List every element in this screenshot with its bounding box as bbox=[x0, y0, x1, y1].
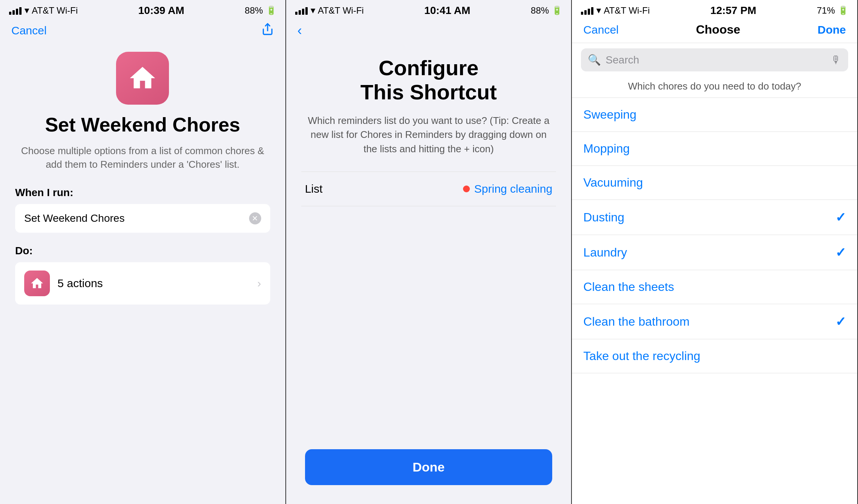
status-right-1: 88% 🔋 bbox=[245, 5, 276, 16]
status-left-3: ▾ AT&T Wi-Fi bbox=[581, 5, 650, 16]
shortcut-name-input[interactable]: Set Weekend Chores ✕ bbox=[15, 204, 270, 233]
battery-icon-2: 🔋 bbox=[552, 6, 562, 15]
battery-text: 88% bbox=[245, 5, 263, 16]
search-bar[interactable]: 🔍 Search 🎙 bbox=[581, 48, 848, 71]
battery-text-2: 88% bbox=[531, 5, 549, 16]
done-button-wrap: Done bbox=[301, 449, 556, 496]
chore-item[interactable]: Vacuuming bbox=[572, 166, 857, 200]
chore-item[interactable]: Sweeping bbox=[572, 98, 857, 132]
checkmark-icon: ✓ bbox=[835, 314, 846, 329]
chore-name: Sweeping bbox=[583, 108, 637, 122]
panel3-done-button[interactable]: Done bbox=[818, 23, 846, 36]
home-icon bbox=[127, 63, 158, 93]
status-left-1: ▾ AT&T Wi-Fi bbox=[9, 5, 78, 16]
actions-app-icon bbox=[24, 271, 50, 296]
chore-item[interactable]: Clean the bathroom ✓ bbox=[572, 304, 857, 339]
checkmark-icon: ✓ bbox=[835, 245, 846, 260]
panel3-cancel-button[interactable]: Cancel bbox=[583, 23, 618, 36]
panel-2: ▾ AT&T Wi-Fi 10:41 AM 88% 🔋 ‹ ConfigureT… bbox=[286, 0, 572, 504]
list-value-text: Spring cleaning bbox=[474, 182, 553, 195]
status-left-2: ▾ AT&T Wi-Fi bbox=[295, 5, 364, 16]
search-icon: 🔍 bbox=[588, 54, 601, 66]
chore-name: Mopping bbox=[583, 142, 630, 156]
carrier-text-2: AT&T Wi-Fi bbox=[318, 5, 364, 16]
panel3-nav: Cancel Choose Done bbox=[572, 20, 857, 43]
actions-card[interactable]: 5 actions › bbox=[15, 262, 270, 305]
panel1-nav: Cancel bbox=[0, 20, 285, 44]
panel2-nav: ‹ bbox=[286, 20, 571, 45]
app-icon bbox=[116, 52, 169, 105]
wifi-icon-2: ▾ bbox=[311, 6, 315, 15]
chore-item[interactable]: Clean the sheets bbox=[572, 270, 857, 304]
chore-name: Clean the sheets bbox=[583, 280, 674, 294]
do-section: Do: 5 actions › bbox=[15, 245, 270, 305]
done-button[interactable]: Done bbox=[305, 449, 553, 485]
status-right-2: 88% 🔋 bbox=[531, 5, 562, 16]
do-label: Do: bbox=[15, 245, 270, 257]
list-value: Spring cleaning bbox=[463, 182, 553, 195]
configure-title: ConfigureThis Shortcut bbox=[361, 56, 497, 105]
configure-description: Which reminders list do you want to use?… bbox=[301, 114, 556, 156]
when-i-run-label: When I run: bbox=[15, 187, 73, 199]
chore-item[interactable]: Mopping bbox=[572, 132, 857, 166]
search-input[interactable]: Search bbox=[606, 54, 826, 66]
list-label: List bbox=[305, 182, 323, 195]
clear-button[interactable]: ✕ bbox=[249, 212, 261, 224]
share-button[interactable] bbox=[261, 23, 274, 38]
chore-item[interactable]: Dusting ✓ bbox=[572, 200, 857, 235]
chore-name: Clean the bathroom bbox=[583, 315, 689, 329]
signal-icon-2 bbox=[295, 6, 308, 15]
chore-name: Take out the recycling bbox=[583, 349, 700, 363]
panel-3: ▾ AT&T Wi-Fi 12:57 PM 71% 🔋 Cancel Choos… bbox=[572, 0, 858, 504]
chore-list: Sweeping Mopping Vacuuming Dusting ✓ Lau… bbox=[572, 98, 857, 373]
time-display-1: 10:39 AM bbox=[138, 5, 184, 17]
mic-icon[interactable]: 🎙 bbox=[831, 54, 841, 66]
status-bar-1: ▾ AT&T Wi-Fi 10:39 AM 88% 🔋 bbox=[0, 0, 285, 20]
battery-text-3: 71% bbox=[817, 5, 835, 16]
shortcut-title: Set Weekend Chores bbox=[45, 114, 240, 136]
battery-icon: 🔋 bbox=[266, 6, 276, 15]
signal-icon-3 bbox=[581, 6, 593, 15]
signal-icon bbox=[9, 6, 22, 15]
status-bar-3: ▾ AT&T Wi-Fi 12:57 PM 71% 🔋 bbox=[572, 0, 857, 20]
time-display-2: 10:41 AM bbox=[424, 5, 470, 17]
panel3-nav-title: Choose bbox=[696, 23, 740, 37]
panel2-content: ConfigureThis Shortcut Which reminders l… bbox=[286, 45, 571, 504]
chore-name: Laundry bbox=[583, 246, 627, 260]
wifi-icon-3: ▾ bbox=[596, 6, 601, 15]
chore-item[interactable]: Take out the recycling bbox=[572, 339, 857, 373]
chevron-right-icon: › bbox=[257, 277, 261, 290]
panel-1: ▾ AT&T Wi-Fi 10:39 AM 88% 🔋 Cancel Set bbox=[0, 0, 286, 504]
carrier-text: AT&T Wi-Fi bbox=[32, 5, 78, 16]
chores-question: Which chores do you need to do today? bbox=[572, 77, 857, 98]
chore-name: Vacuuming bbox=[583, 176, 643, 190]
cancel-button[interactable]: Cancel bbox=[11, 24, 46, 37]
actions-home-icon bbox=[30, 276, 44, 291]
chore-name: Dusting bbox=[583, 210, 624, 224]
time-display-3: 12:57 PM bbox=[710, 5, 756, 17]
status-right-3: 71% 🔋 bbox=[817, 5, 848, 16]
checkmark-icon: ✓ bbox=[835, 210, 846, 225]
back-button[interactable]: ‹ bbox=[297, 23, 302, 39]
panel1-content: Set Weekend Chores Choose multiple optio… bbox=[0, 44, 285, 312]
shortcut-name-value: Set Weekend Chores bbox=[24, 212, 249, 224]
list-dot-icon bbox=[463, 186, 470, 192]
wifi-icon: ▾ bbox=[25, 6, 29, 15]
battery-icon-3: 🔋 bbox=[838, 6, 848, 15]
shortcut-description: Choose multiple options from a list of c… bbox=[15, 144, 270, 172]
carrier-text-3: AT&T Wi-Fi bbox=[604, 5, 650, 16]
list-row[interactable]: List Spring cleaning bbox=[301, 172, 556, 206]
chore-item[interactable]: Laundry ✓ bbox=[572, 235, 857, 270]
status-bar-2: ▾ AT&T Wi-Fi 10:41 AM 88% 🔋 bbox=[286, 0, 571, 20]
actions-count-label: 5 actions bbox=[57, 277, 257, 290]
